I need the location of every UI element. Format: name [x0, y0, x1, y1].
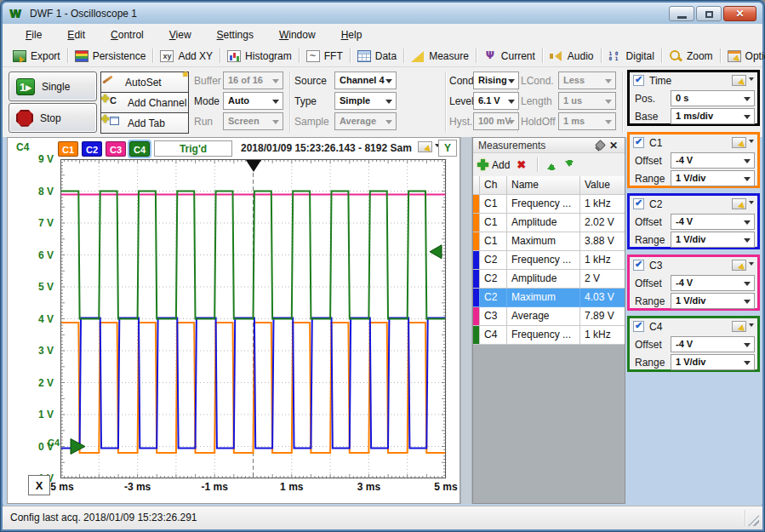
move-up-button[interactable]	[546, 159, 557, 171]
close-panel-icon[interactable]	[609, 140, 619, 150]
menu-item-file[interactable]: File	[14, 26, 53, 43]
menu-item-help[interactable]: Help	[330, 26, 374, 43]
combo-hyst[interactable]: 100 mV	[473, 112, 519, 130]
toolbar-digital-button[interactable]: Digital	[603, 49, 659, 64]
combo-sample[interactable]: Average	[334, 112, 397, 130]
resize-grip[interactable]	[748, 515, 759, 526]
column-header-name[interactable]: Name	[507, 176, 580, 195]
measurement-row[interactable]: C1Amplitude2.02 V	[473, 214, 625, 232]
toolbar-histogram-label: Histogram	[245, 50, 292, 62]
panel-combo-c3-offset[interactable]: -4 V	[671, 275, 755, 291]
measurements-title-bar[interactable]: Measurements	[473, 138, 625, 153]
panel-options-button[interactable]	[732, 137, 754, 148]
menu-item-view[interactable]: View	[158, 26, 203, 43]
remove-measurement-button[interactable]	[517, 159, 528, 171]
measurement-row[interactable]: C3Average7.89 V	[473, 307, 625, 326]
column-header-value[interactable]: Value	[580, 176, 625, 195]
pin-icon[interactable]	[594, 140, 604, 151]
single-button[interactable]: Single	[9, 72, 97, 101]
panel-options-button[interactable]	[732, 321, 754, 332]
toolbar-options-button[interactable]: Options	[722, 49, 765, 64]
panel-combo-c4-range[interactable]: 1 V/div	[671, 354, 755, 370]
channel-color-chip	[473, 251, 480, 270]
stop-button[interactable]: Stop	[9, 103, 97, 133]
toolbar-export-button[interactable]: Export	[8, 49, 66, 64]
measurement-row[interactable]: C1Maximum3.88 V	[473, 232, 625, 251]
combo-source[interactable]: Channel 4	[334, 72, 397, 89]
menu-item-control[interactable]: Control	[100, 26, 155, 43]
panel-combo-c4-offset[interactable]: -4 V	[671, 336, 755, 352]
channel-button-c1[interactable]: C1	[58, 141, 78, 157]
toolbar-histogram-button[interactable]: Histogram	[222, 49, 297, 64]
channel-button-c4[interactable]: C4	[129, 141, 150, 157]
scope-plot-canvas[interactable]	[60, 159, 447, 479]
toolbar-audio-button[interactable]: Audio	[545, 49, 599, 64]
combo-cond[interactable]: Rising	[473, 72, 519, 89]
combo-buffer[interactable]: 16 of 16	[223, 72, 283, 89]
measurement-name: Maximum	[507, 232, 580, 251]
checkbox-c4[interactable]	[633, 321, 644, 332]
combo-mode[interactable]: Auto	[223, 92, 283, 110]
checkbox-c1[interactable]	[633, 137, 644, 148]
channel-button-c2[interactable]: C2	[82, 141, 102, 157]
toolbar-measure-button[interactable]: Measure	[406, 49, 474, 64]
digital-10-01-icon	[608, 50, 622, 62]
panel-field-label-pos: Pos.	[635, 93, 655, 105]
plot-options-button[interactable]	[418, 141, 440, 152]
add-measurement-button[interactable]: Add	[477, 159, 510, 171]
minimize-button[interactable]	[669, 6, 694, 21]
panel-options-button[interactable]	[732, 198, 754, 209]
panel-combo-c2-range[interactable]: 1 V/div	[671, 232, 755, 248]
panel-field-label-range: Range	[635, 234, 665, 246]
combo-holdoff[interactable]: 1 ms	[558, 112, 616, 130]
toolbar-data-button[interactable]: Data	[352, 49, 402, 64]
combo-level[interactable]: 6.1 V	[473, 92, 519, 110]
panel-combo-c1-range[interactable]: 1 V/div	[671, 170, 755, 186]
histogram-icon	[227, 50, 241, 62]
panel-options-button[interactable]	[732, 75, 754, 86]
measurement-row[interactable]: C2Frequency ...1 kHz	[473, 251, 625, 270]
maximize-button[interactable]	[696, 6, 722, 21]
panel-combo-time-pos[interactable]: 0 s	[671, 90, 755, 106]
panel-options-button[interactable]	[732, 260, 754, 271]
measurement-row[interactable]: C2Maximum4.03 V	[473, 289, 625, 307]
toolbar-separator	[720, 49, 721, 63]
combo-length[interactable]: 1 us	[558, 92, 616, 110]
add-tab-button[interactable]: Add Tab	[100, 112, 189, 134]
column-header-ch[interactable]: Ch	[480, 176, 507, 195]
menu-item-edit[interactable]: Edit	[56, 26, 96, 43]
measurement-name: Frequency ...	[507, 251, 580, 270]
y-axis-button[interactable]: Y	[438, 140, 457, 157]
toolbar-addxy-button[interactable]: Add XY	[155, 49, 218, 64]
panel-splitter[interactable]	[460, 137, 472, 504]
close-button[interactable]: ✕	[723, 6, 756, 21]
toolbar-fft-button[interactable]: FFT	[301, 49, 348, 64]
channel-button-c3[interactable]: C3	[106, 141, 126, 157]
panel-combo-c3-range[interactable]: 1 V/div	[671, 293, 755, 309]
checkbox-c2[interactable]	[633, 198, 644, 209]
measurement-name: Frequency ...	[507, 326, 580, 345]
toolbar-current-button[interactable]: Current	[478, 49, 540, 64]
toolbar-zoom-button[interactable]: Zoom	[664, 49, 718, 64]
measurement-row[interactable]: C2Amplitude2 V	[473, 270, 625, 289]
combo-lcond[interactable]: Less	[558, 72, 616, 89]
menu-item-settings[interactable]: Settings	[206, 26, 265, 43]
move-down-button[interactable]	[564, 159, 575, 171]
measurement-row[interactable]: C4Frequency ...1 kHz	[473, 326, 625, 345]
panel-combo-c2-offset[interactable]: -4 V	[671, 214, 755, 230]
measurement-row[interactable]: C1Frequency ...1 kHz	[473, 195, 625, 214]
checkbox-c3[interactable]	[633, 260, 644, 271]
combo-run[interactable]: Screen	[223, 112, 283, 130]
x-axis-button[interactable]: X	[28, 475, 50, 495]
properties-icon	[732, 321, 746, 332]
panel-combo-time-base[interactable]: 1 ms/div	[671, 108, 755, 124]
title-bar[interactable]: DWF 1 - Oscilloscope 1 ✕	[3, 3, 762, 24]
menu-item-window[interactable]: Window	[268, 26, 327, 43]
combo-type[interactable]: Simple	[334, 92, 397, 110]
panel-combo-c1-offset[interactable]: -4 V	[671, 152, 755, 169]
measurements-header-row: ChNameValue	[473, 176, 625, 195]
add-channel-button[interactable]: Add Channel	[100, 92, 189, 113]
toolbar-persistence-button[interactable]: Persistence	[70, 49, 151, 64]
checkbox-time[interactable]	[633, 75, 644, 86]
autoset-button[interactable]: AutoSet	[100, 72, 189, 93]
